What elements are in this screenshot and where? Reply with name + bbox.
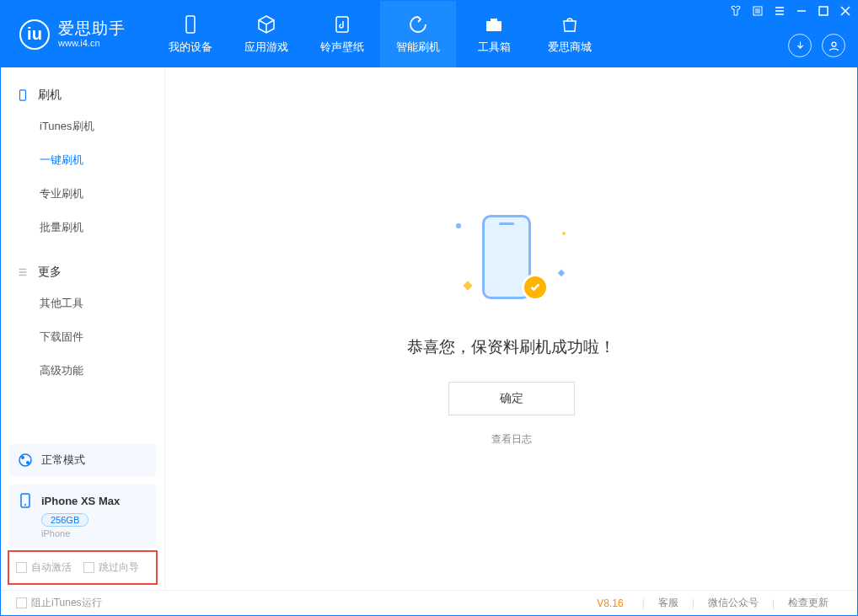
sidebar-group-more: 更多 (1, 258, 164, 287)
tab-ringtone[interactable]: 铃声壁纸 (304, 1, 380, 67)
svg-rect-2 (486, 21, 501, 31)
music-icon (332, 14, 352, 35)
account-button[interactable] (822, 34, 845, 57)
version-label: V8.16 (597, 597, 623, 609)
logo-title: 爱思助手 (58, 20, 126, 38)
main-tabs: 我的设备 应用游戏 铃声壁纸 智能刷机 工具箱 爱思商城 (153, 1, 608, 67)
footer-link-wechat[interactable]: 微信公众号 (694, 596, 772, 610)
logo-icon: iu (19, 19, 50, 50)
sidebar-item-download-firmware[interactable]: 下载固件 (1, 320, 164, 354)
sidebar-item-advanced[interactable]: 高级功能 (1, 354, 164, 388)
mode-indicator[interactable]: 正常模式 (9, 444, 156, 476)
phone-icon (180, 14, 201, 35)
device-card[interactable]: iPhone XS Max 256GB iPhone (9, 485, 156, 547)
tab-label: 智能刷机 (396, 40, 440, 55)
view-log-link[interactable]: 查看日志 (491, 432, 532, 447)
maximize-button[interactable] (817, 4, 830, 18)
options-highlight: 自动激活 跳过向导 (8, 550, 158, 585)
footer-link-update[interactable]: 检查更新 (775, 596, 842, 610)
footer: 阻止iTunes运行 V8.16 | 客服 | 微信公众号 | 检查更新 (1, 590, 857, 615)
mode-label: 正常模式 (41, 453, 85, 468)
svg-point-8 (19, 454, 31, 466)
tab-toolbox[interactable]: 工具箱 (456, 1, 532, 67)
refresh-icon (408, 14, 428, 35)
svg-rect-1 (336, 17, 348, 32)
tab-label: 铃声壁纸 (320, 40, 364, 55)
success-message: 恭喜您，保资料刷机成功啦！ (407, 336, 615, 358)
bag-icon (560, 14, 580, 35)
svg-point-9 (21, 456, 24, 459)
svg-rect-0 (186, 16, 195, 33)
block-itunes-checkbox[interactable]: 阻止iTunes运行 (16, 596, 102, 610)
tab-label: 我的设备 (169, 40, 212, 55)
ok-button[interactable]: 确定 (448, 382, 575, 415)
list-icon (16, 265, 29, 279)
skip-guide-checkbox[interactable]: 跳过向导 (83, 560, 139, 575)
cube-icon (256, 14, 276, 35)
svg-point-12 (24, 504, 26, 506)
sidebar: 刷机 iTunes刷机 一键刷机 专业刷机 批量刷机 更多 其他工具 下载固件 … (1, 67, 165, 590)
device-type: iPhone (41, 528, 147, 538)
capacity-badge: 256GB (41, 513, 88, 527)
footer-link-support[interactable]: 客服 (645, 596, 692, 610)
tab-label: 爱思商城 (548, 40, 592, 55)
tab-label: 应用游戏 (244, 40, 288, 55)
svg-point-10 (26, 461, 29, 464)
auto-activate-checkbox[interactable]: 自动激活 (16, 560, 72, 575)
phone-outline-icon (16, 88, 29, 102)
device-icon (18, 493, 33, 508)
sidebar-group-title: 更多 (38, 265, 62, 280)
app-header: iu 爱思助手 www.i4.cn 我的设备 应用游戏 铃声壁纸 智能刷机 工具… (1, 1, 857, 67)
svg-rect-3 (491, 19, 497, 21)
tab-my-device[interactable]: 我的设备 (153, 1, 228, 67)
success-illustration (453, 212, 571, 313)
sidebar-group-flash: 刷机 (1, 81, 164, 110)
app-logo: iu 爱思助手 www.i4.cn (1, 19, 141, 50)
close-button[interactable] (839, 4, 852, 18)
content-area: 恭喜您，保资料刷机成功啦！ 确定 查看日志 (165, 67, 857, 590)
mode-icon (18, 453, 33, 468)
logo-subtitle: www.i4.cn (58, 38, 126, 48)
menu-icon[interactable] (773, 4, 786, 18)
sidebar-item-other-tools[interactable]: 其他工具 (1, 287, 164, 320)
svg-rect-7 (20, 90, 26, 100)
device-name: iPhone XS Max (41, 495, 120, 507)
download-button[interactable] (788, 34, 812, 57)
sidebar-item-batch-flash[interactable]: 批量刷机 (1, 211, 164, 244)
list-icon[interactable] (751, 4, 764, 18)
tab-store[interactable]: 爱思商城 (532, 1, 608, 67)
sidebar-item-oneclick-flash[interactable]: 一键刷机 (1, 143, 164, 177)
tab-flash[interactable]: 智能刷机 (380, 1, 456, 67)
check-icon (522, 274, 549, 301)
sidebar-item-pro-flash[interactable]: 专业刷机 (1, 177, 164, 211)
toolbox-icon (484, 14, 504, 35)
sidebar-item-itunes-flash[interactable]: iTunes刷机 (1, 110, 164, 143)
sidebar-group-title: 刷机 (38, 88, 62, 103)
tab-label: 工具箱 (478, 40, 511, 55)
shirt-icon[interactable] (729, 4, 743, 18)
svg-point-4 (832, 42, 836, 46)
svg-rect-6 (819, 7, 828, 15)
tab-apps[interactable]: 应用游戏 (228, 1, 304, 67)
minimize-button[interactable] (795, 4, 808, 18)
